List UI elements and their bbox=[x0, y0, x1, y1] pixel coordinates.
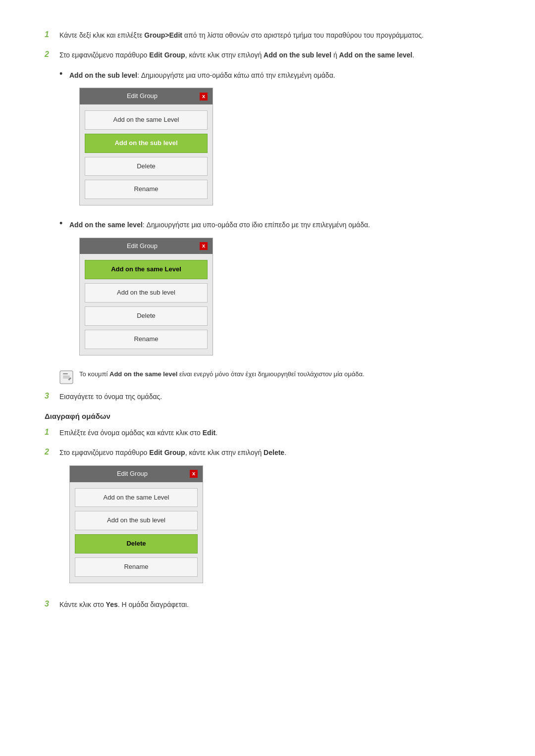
step-1: 1 Κάντε δεξί κλικ και επιλέξτε Group>Edi… bbox=[45, 30, 490, 41]
bullet-sub-level: • Add on the sub level: Δημιουργήστε μια… bbox=[59, 70, 490, 212]
step-number-1: 1 bbox=[45, 30, 59, 39]
dialog-3-btn-same-level[interactable]: Add on the same Level bbox=[75, 488, 198, 507]
svg-rect-2 bbox=[63, 376, 70, 377]
dialog-3-btn-delete[interactable]: Delete bbox=[75, 534, 198, 554]
dialog-1-body: Add on the same Level Add on the sub lev… bbox=[80, 104, 213, 205]
bullet-sub-level-content: Add on the sub level: Δημιουργήστε μια υ… bbox=[69, 70, 490, 212]
delete-step-1-content: Επιλέξτε ένα όνομα ομάδας και κάντε κλικ… bbox=[59, 427, 490, 438]
dialog-1-title: Edit Group x bbox=[80, 88, 213, 104]
dialog-2: Edit Group x Add on the same Level Add o… bbox=[79, 238, 213, 355]
dialog-1-btn-sub-level[interactable]: Add on the sub level bbox=[85, 134, 208, 153]
svg-rect-1 bbox=[63, 373, 68, 374]
dialog-1-btn-delete[interactable]: Delete bbox=[85, 157, 208, 176]
dialog-delete-wrapper: Edit Group x Add on the same Level Add o… bbox=[69, 465, 490, 583]
bullet-dot-1: • bbox=[59, 69, 69, 79]
dialog-1: Edit Group x Add on the same Level Add o… bbox=[79, 88, 213, 205]
dialog-2-btn-same-level[interactable]: Add on the same Level bbox=[85, 260, 208, 279]
dialog-2-close[interactable]: x bbox=[200, 242, 208, 250]
dialog-2-title-text: Edit Group bbox=[85, 241, 200, 252]
dialog-3-close[interactable]: x bbox=[190, 470, 198, 478]
main-content: 1 Κάντε δεξί κλικ και επιλέξτε Group>Edi… bbox=[45, 30, 490, 610]
dialog-3-btn-rename[interactable]: Rename bbox=[75, 557, 198, 577]
dialog-sub-level-wrapper: Edit Group x Add on the same Level Add o… bbox=[79, 88, 490, 205]
note-text: Το κουμπί Add on the same level είναι εν… bbox=[79, 369, 365, 380]
dialog-1-close[interactable]: x bbox=[200, 93, 208, 101]
bullet-dot-2: • bbox=[59, 218, 69, 229]
dialog-1-title-text: Edit Group bbox=[85, 91, 200, 101]
step-2: 2 Στο εμφανιζόμενο παράθυρο Edit Group, … bbox=[45, 50, 490, 60]
delete-step-number-2: 2 bbox=[45, 448, 59, 456]
step-1-content: Κάντε δεξί κλικ και επιλέξτε Group>Edit … bbox=[59, 30, 490, 41]
dialog-2-title: Edit Group x bbox=[80, 238, 213, 254]
dialog-3: Edit Group x Add on the same Level Add o… bbox=[69, 465, 203, 583]
bullet-same-level-content: Add on the same level: Δημιουργήστε μια … bbox=[69, 219, 490, 362]
delete-step-2-content: Στο εμφανιζόμενο παράθυρο Edit Group, κά… bbox=[59, 447, 490, 590]
step-number-2: 2 bbox=[45, 50, 59, 59]
step-3: 3 Εισαγάγετε το όνομα της ομάδας. bbox=[45, 391, 490, 402]
delete-step-number-3: 3 bbox=[45, 600, 59, 608]
dialog-2-btn-delete[interactable]: Delete bbox=[85, 306, 208, 326]
step-2-content: Στο εμφανιζόμενο παράθυρο Edit Group, κά… bbox=[59, 50, 490, 60]
dialog-1-btn-same-level[interactable]: Add on the same Level bbox=[85, 110, 208, 130]
dialog-3-title: Edit Group x bbox=[70, 466, 203, 482]
dialog-3-title-text: Edit Group bbox=[75, 469, 190, 479]
step-3-content: Εισαγάγετε το όνομα της ομάδας. bbox=[59, 391, 490, 402]
dialog-2-body: Add on the same Level Add on the sub lev… bbox=[80, 254, 213, 354]
note-icon bbox=[59, 370, 74, 387]
svg-rect-0 bbox=[60, 371, 73, 384]
delete-step-3-content: Κάντε κλικ στο Yes. Η ομάδα διαγράφεται. bbox=[59, 599, 490, 610]
bullet-same-level: • Add on the same level: Δημιουργήστε μι… bbox=[59, 219, 490, 362]
dialog-3-btn-sub-level[interactable]: Add on the sub level bbox=[75, 511, 198, 530]
note-box: Το κουμπί Add on the same level είναι εν… bbox=[59, 369, 490, 387]
delete-step-3: 3 Κάντε κλικ στο Yes. Η ομάδα διαγράφετα… bbox=[45, 599, 490, 610]
dialog-same-level-wrapper: Edit Group x Add on the same Level Add o… bbox=[79, 238, 490, 355]
step-number-3: 3 bbox=[45, 392, 59, 401]
delete-step-number-1: 1 bbox=[45, 428, 59, 437]
dialog-2-btn-rename[interactable]: Rename bbox=[85, 330, 208, 349]
dialog-1-btn-rename[interactable]: Rename bbox=[85, 180, 208, 199]
delete-step-1: 1 Επιλέξτε ένα όνομα ομάδας και κάντε κλ… bbox=[45, 427, 490, 438]
dialog-2-btn-sub-level[interactable]: Add on the sub level bbox=[85, 283, 208, 302]
section-delete-heading: Διαγραφή ομάδων bbox=[45, 412, 490, 420]
svg-rect-3 bbox=[63, 377, 70, 378]
dialog-3-body: Add on the same Level Add on the sub lev… bbox=[70, 482, 203, 583]
delete-step-2: 2 Στο εμφανιζόμενο παράθυρο Edit Group, … bbox=[45, 447, 490, 590]
